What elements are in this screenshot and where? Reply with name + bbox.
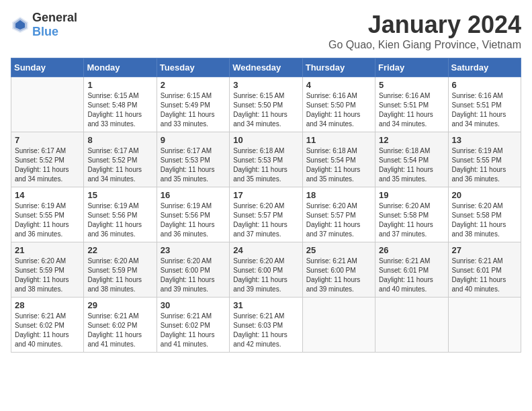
weekday-header-monday: Monday [84, 58, 157, 77]
calendar-cell: 25Sunrise: 6:21 AMSunset: 6:00 PMDayligh… [302, 242, 375, 298]
calendar-cell [302, 298, 375, 353]
calendar-cell: 23Sunrise: 6:20 AMSunset: 6:00 PMDayligh… [157, 242, 229, 298]
day-info: Sunrise: 6:16 AMSunset: 5:50 PMDaylight:… [306, 91, 371, 129]
day-info: Sunrise: 6:20 AMSunset: 5:59 PMDaylight:… [87, 257, 152, 294]
day-info: Sunrise: 6:19 AMSunset: 5:56 PMDaylight:… [161, 201, 226, 239]
day-info: Sunrise: 6:15 AMSunset: 5:49 PMDaylight:… [161, 91, 226, 129]
calendar-cell: 15Sunrise: 6:19 AMSunset: 5:56 PMDayligh… [84, 187, 157, 242]
calendar-cell: 16Sunrise: 6:19 AMSunset: 5:56 PMDayligh… [157, 187, 229, 242]
calendar-cell: 5Sunrise: 6:16 AMSunset: 5:51 PMDaylight… [375, 77, 448, 132]
calendar-cell: 13Sunrise: 6:19 AMSunset: 5:55 PMDayligh… [448, 132, 521, 187]
day-number: 27 [452, 245, 517, 255]
calendar-cell [375, 298, 448, 353]
week-row-1: 1Sunrise: 6:15 AMSunset: 5:48 PMDaylight… [11, 77, 521, 132]
day-info: Sunrise: 6:16 AMSunset: 5:51 PMDaylight:… [452, 91, 517, 129]
day-number: 4 [306, 80, 371, 90]
calendar-cell: 1Sunrise: 6:15 AMSunset: 5:48 PMDaylight… [84, 77, 157, 132]
calendar-title: January 2024 [328, 11, 521, 39]
logo-text: General Blue [32, 11, 77, 39]
day-info: Sunrise: 6:20 AMSunset: 5:59 PMDaylight:… [15, 257, 80, 294]
day-number: 16 [161, 190, 226, 200]
day-number: 21 [15, 245, 80, 255]
day-number: 13 [452, 135, 517, 145]
week-row-4: 21Sunrise: 6:20 AMSunset: 5:59 PMDayligh… [11, 242, 521, 298]
day-number: 20 [452, 190, 517, 200]
day-number: 18 [306, 190, 371, 200]
day-number: 22 [87, 245, 152, 255]
day-number: 19 [379, 190, 444, 200]
title-block: January 2024 Go Quao, Kien Giang Provinc… [328, 11, 521, 51]
day-number: 2 [161, 80, 226, 90]
weekday-header-tuesday: Tuesday [157, 58, 229, 77]
calendar-cell: 22Sunrise: 6:20 AMSunset: 5:59 PMDayligh… [84, 242, 157, 298]
day-number: 26 [379, 245, 444, 255]
calendar-cell: 11Sunrise: 6:18 AMSunset: 5:54 PMDayligh… [302, 132, 375, 187]
logo-icon [11, 15, 30, 34]
day-number: 17 [233, 190, 298, 200]
day-number: 6 [452, 80, 517, 90]
calendar-cell: 26Sunrise: 6:21 AMSunset: 6:01 PMDayligh… [375, 242, 448, 298]
calendar-cell: 8Sunrise: 6:17 AMSunset: 5:52 PMDaylight… [84, 132, 157, 187]
calendar-cell: 19Sunrise: 6:20 AMSunset: 5:58 PMDayligh… [375, 187, 448, 242]
day-number: 28 [15, 300, 80, 310]
day-info: Sunrise: 6:21 AMSunset: 6:00 PMDaylight:… [306, 257, 371, 294]
day-info: Sunrise: 6:16 AMSunset: 5:51 PMDaylight:… [379, 91, 444, 129]
day-info: Sunrise: 6:19 AMSunset: 5:56 PMDaylight:… [87, 201, 152, 239]
weekday-header-wednesday: Wednesday [230, 58, 302, 77]
calendar-cell: 9Sunrise: 6:17 AMSunset: 5:53 PMDaylight… [157, 132, 229, 187]
weekday-header-friday: Friday [375, 58, 448, 77]
logo-general: General [32, 11, 77, 24]
calendar-cell: 17Sunrise: 6:20 AMSunset: 5:57 PMDayligh… [230, 187, 302, 242]
day-number: 30 [161, 300, 226, 310]
day-info: Sunrise: 6:20 AMSunset: 5:57 PMDaylight:… [306, 201, 371, 239]
day-info: Sunrise: 6:20 AMSunset: 5:57 PMDaylight:… [233, 201, 298, 239]
week-row-5: 28Sunrise: 6:21 AMSunset: 6:02 PMDayligh… [11, 298, 521, 353]
day-info: Sunrise: 6:17 AMSunset: 5:53 PMDaylight:… [161, 146, 226, 184]
calendar-cell: 24Sunrise: 6:20 AMSunset: 6:00 PMDayligh… [230, 242, 302, 298]
calendar-cell [448, 298, 521, 353]
calendar-table: SundayMondayTuesdayWednesdayThursdayFrid… [11, 58, 521, 353]
calendar-cell: 29Sunrise: 6:21 AMSunset: 6:02 PMDayligh… [84, 298, 157, 353]
day-info: Sunrise: 6:20 AMSunset: 6:00 PMDaylight:… [233, 257, 298, 294]
weekday-header-saturday: Saturday [448, 58, 521, 77]
day-info: Sunrise: 6:21 AMSunset: 6:02 PMDaylight:… [15, 312, 80, 349]
day-info: Sunrise: 6:17 AMSunset: 5:52 PMDaylight:… [15, 146, 80, 184]
day-info: Sunrise: 6:15 AMSunset: 5:48 PMDaylight:… [87, 91, 152, 129]
day-info: Sunrise: 6:20 AMSunset: 6:00 PMDaylight:… [161, 257, 226, 294]
day-info: Sunrise: 6:21 AMSunset: 6:03 PMDaylight:… [233, 312, 298, 349]
day-number: 25 [306, 245, 371, 255]
day-info: Sunrise: 6:15 AMSunset: 5:50 PMDaylight:… [233, 91, 298, 129]
day-number: 9 [161, 135, 226, 145]
day-info: Sunrise: 6:19 AMSunset: 5:55 PMDaylight:… [452, 146, 517, 184]
day-info: Sunrise: 6:21 AMSunset: 6:01 PMDaylight:… [452, 257, 517, 294]
day-number: 10 [233, 135, 298, 145]
day-number: 14 [15, 190, 80, 200]
day-info: Sunrise: 6:18 AMSunset: 5:53 PMDaylight:… [233, 146, 298, 184]
day-number: 7 [15, 135, 80, 145]
day-info: Sunrise: 6:17 AMSunset: 5:52 PMDaylight:… [87, 146, 152, 184]
day-number: 15 [87, 190, 152, 200]
day-info: Sunrise: 6:18 AMSunset: 5:54 PMDaylight:… [306, 146, 371, 184]
calendar-cell: 12Sunrise: 6:18 AMSunset: 5:54 PMDayligh… [375, 132, 448, 187]
calendar-cell: 7Sunrise: 6:17 AMSunset: 5:52 PMDaylight… [11, 132, 84, 187]
day-number: 24 [233, 245, 298, 255]
weekday-header-sunday: Sunday [11, 58, 84, 77]
day-number: 1 [87, 80, 152, 90]
day-info: Sunrise: 6:20 AMSunset: 5:58 PMDaylight:… [452, 201, 517, 239]
calendar-subtitle: Go Quao, Kien Giang Province, Vietnam [328, 39, 521, 51]
calendar-cell: 6Sunrise: 6:16 AMSunset: 5:51 PMDaylight… [448, 77, 521, 132]
day-info: Sunrise: 6:21 AMSunset: 6:02 PMDaylight:… [161, 312, 226, 349]
calendar-cell [11, 77, 84, 132]
week-row-3: 14Sunrise: 6:19 AMSunset: 5:55 PMDayligh… [11, 187, 521, 242]
calendar-cell: 2Sunrise: 6:15 AMSunset: 5:49 PMDaylight… [157, 77, 229, 132]
day-number: 3 [233, 80, 298, 90]
calendar-cell: 31Sunrise: 6:21 AMSunset: 6:03 PMDayligh… [230, 298, 302, 353]
calendar-cell: 4Sunrise: 6:16 AMSunset: 5:50 PMDaylight… [302, 77, 375, 132]
day-number: 11 [306, 135, 371, 145]
day-number: 29 [87, 300, 152, 310]
weekday-header-thursday: Thursday [302, 58, 375, 77]
calendar-cell: 28Sunrise: 6:21 AMSunset: 6:02 PMDayligh… [11, 298, 84, 353]
calendar-cell: 3Sunrise: 6:15 AMSunset: 5:50 PMDaylight… [230, 77, 302, 132]
logo-blue: Blue [32, 25, 58, 38]
day-info: Sunrise: 6:18 AMSunset: 5:54 PMDaylight:… [379, 146, 444, 184]
